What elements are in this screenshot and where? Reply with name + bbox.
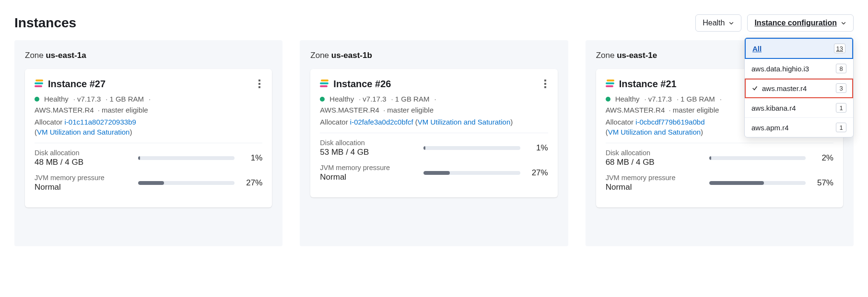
- disk-bar: [709, 156, 806, 160]
- jvm-label: JVM memory pressure: [35, 174, 130, 182]
- dropdown-item[interactable]: aws.kibana.r4 1: [745, 98, 853, 118]
- instance-meta: Healthy v7.17.3 1 GB RAM: [320, 95, 548, 103]
- dropdown-item-label: aws.data.highio.i3: [751, 65, 809, 73]
- health-dot-icon: [606, 97, 610, 102]
- jvm-bar: [138, 181, 235, 185]
- vm-utilization-link[interactable]: VM Utilization and Saturation: [418, 118, 510, 126]
- allocator-id-link[interactable]: i-0cbcdf779b619a0bd: [635, 118, 704, 126]
- health-status: Healthy: [329, 95, 354, 103]
- version-label: v7.17.3: [643, 95, 672, 103]
- jvm-pct: 27%: [527, 168, 548, 178]
- dropdown-item[interactable]: aws.data.highio.i3 8: [745, 59, 853, 79]
- chevron-down-icon: [841, 20, 846, 26]
- disk-pct: 1%: [527, 143, 548, 153]
- jvm-pct: 27%: [241, 178, 262, 188]
- instance-role: master eligible: [381, 106, 434, 114]
- card-menu-button[interactable]: [542, 78, 548, 90]
- jvm-value: Normal: [320, 172, 416, 182]
- health-status: Healthy: [44, 95, 69, 103]
- zone-panel: Zone us-east-1b Instance #26 Healthy v7.…: [300, 40, 568, 246]
- filter-bar: Health Instance configuration: [695, 14, 854, 32]
- dropdown-item[interactable]: aws.apm.r4 1: [745, 118, 853, 137]
- zone-name: us-east-1b: [331, 51, 372, 60]
- jvm-label: JVM memory pressure: [320, 164, 416, 171]
- jvm-label: JVM memory pressure: [606, 174, 702, 182]
- disk-bar: [138, 156, 235, 160]
- health-filter-button[interactable]: Health: [695, 14, 741, 32]
- health-filter-label: Health: [703, 19, 725, 27]
- dropdown-item-count: 13: [834, 44, 845, 53]
- elasticsearch-icon: [606, 80, 614, 88]
- disk-value: 68 MB / 4 GB: [606, 158, 702, 167]
- dropdown-item-label: All: [752, 45, 762, 53]
- jvm-bar: [423, 171, 520, 175]
- elasticsearch-icon: [35, 80, 43, 88]
- instance-config-dropdown: All 13 aws.data.highio.i3 8 aws.master.r…: [744, 37, 854, 137]
- instance-type: AWS.MASTER.R4: [320, 106, 379, 114]
- disk-label: Disk allocation: [606, 149, 702, 157]
- disk-bar: [423, 146, 520, 150]
- version-label: v7.17.3: [357, 95, 386, 103]
- allocator-row: Allocator i-01c11a802720933b9: [35, 118, 262, 126]
- allocator-id-link[interactable]: i-01c11a802720933b9: [65, 118, 136, 126]
- dropdown-item-label: aws.kibana.r4: [751, 104, 796, 112]
- instance-meta: Healthy v7.17.3 1 GB RAM: [35, 95, 262, 103]
- dropdown-item-count: 8: [836, 64, 846, 73]
- page-title: Instances: [14, 15, 76, 31]
- chevron-down-icon: [728, 20, 734, 26]
- jvm-value: Normal: [606, 183, 702, 192]
- disk-metric: Disk allocation 48 MB / 4 GB 1%: [35, 149, 262, 167]
- allocator-label: Allocator: [35, 118, 62, 126]
- dropdown-item[interactable]: All 13: [745, 38, 853, 59]
- instance-name: Instance #27: [48, 79, 106, 90]
- ram-label: 1 GB RAM: [389, 95, 430, 103]
- jvm-bar: [709, 181, 806, 185]
- instance-type: AWS.MASTER.R4: [606, 106, 665, 114]
- dropdown-item[interactable]: aws.master.r4 3: [745, 79, 853, 98]
- health-dot-icon: [35, 97, 39, 102]
- divider: [606, 143, 833, 143]
- divider: [35, 143, 262, 143]
- instance-role: master eligible: [667, 106, 719, 114]
- dropdown-item-label: aws.master.r4: [762, 84, 807, 92]
- jvm-value: Normal: [35, 183, 130, 192]
- dropdown-item-count: 3: [836, 83, 846, 93]
- instance-type: AWS.MASTER.R4: [35, 106, 94, 114]
- instance-card: Instance #26 Healthy v7.17.3 1 GB RAM AW…: [310, 69, 557, 197]
- disk-label: Disk allocation: [35, 149, 130, 157]
- dropdown-item-count: 1: [836, 103, 846, 113]
- instance-config-filter-label: Instance configuration: [754, 19, 837, 27]
- ram-label: 1 GB RAM: [675, 95, 715, 103]
- jvm-metric: JVM memory pressure Normal 57%: [606, 174, 833, 192]
- allocator-row: Allocator i-02fafe3a0d2c0bfcf (VM Utiliz…: [320, 118, 548, 126]
- dropdown-item-count: 1: [836, 123, 846, 132]
- allocator-label: Allocator: [320, 118, 348, 126]
- disk-metric: Disk allocation 68 MB / 4 GB 2%: [606, 149, 833, 167]
- card-menu-button[interactable]: [257, 78, 262, 90]
- zone-name: us-east-1e: [617, 51, 657, 60]
- health-status: Healthy: [615, 95, 640, 103]
- zone-title: Zone us-east-1b: [310, 51, 557, 60]
- disk-value: 53 MB / 4 GB: [320, 148, 416, 157]
- instance-config-filter-button[interactable]: Instance configuration: [747, 14, 854, 32]
- zone-panel: Zone us-east-1a Instance #27 Healthy v7.…: [14, 40, 282, 246]
- vm-utilization-link[interactable]: VM Utilization and Saturation: [37, 128, 129, 136]
- zone-title: Zone us-east-1a: [25, 51, 272, 60]
- dropdown-item-label: aws.apm.r4: [751, 124, 789, 132]
- vm-row: (VM Utilization and Saturation): [35, 128, 262, 136]
- jvm-metric: JVM memory pressure Normal 27%: [320, 164, 548, 182]
- health-dot-icon: [320, 97, 325, 102]
- zone-name: us-east-1a: [46, 51, 86, 60]
- instance-card: Instance #27 Healthy v7.17.3 1 GB RAM AW…: [25, 69, 272, 207]
- disk-value: 48 MB / 4 GB: [35, 158, 130, 167]
- version-label: v7.17.3: [71, 95, 101, 103]
- instance-type-row: AWS.MASTER.R4 master eligible: [35, 106, 262, 114]
- allocator-id-link[interactable]: i-02fafe3a0d2c0bfcf: [350, 118, 413, 126]
- instance-name: Instance #26: [333, 79, 391, 90]
- jvm-pct: 57%: [812, 178, 833, 188]
- instance-role: master eligible: [96, 106, 148, 114]
- jvm-metric: JVM memory pressure Normal 27%: [35, 174, 262, 192]
- elasticsearch-icon: [320, 80, 328, 88]
- check-icon: [751, 85, 758, 91]
- vm-utilization-link[interactable]: VM Utilization and Saturation: [608, 128, 701, 136]
